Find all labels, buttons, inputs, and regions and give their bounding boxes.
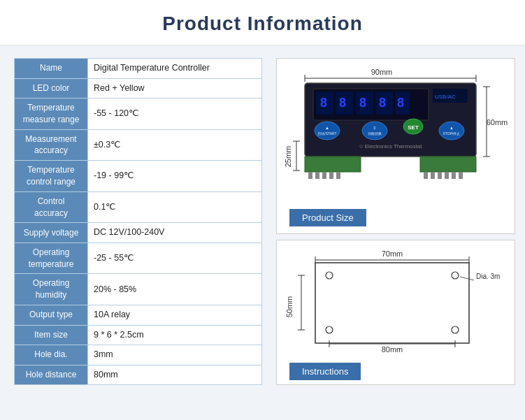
svg-text:☆ Electronics Thermostat: ☆ Electronics Thermostat (359, 143, 423, 150)
svg-point-68 (452, 326, 459, 333)
svg-text:90mm: 90mm (371, 68, 393, 76)
table-row: Temperature measure range-55 - 120℃ (15, 99, 262, 130)
spec-value: 10A relay (88, 305, 262, 326)
spec-value: -25 - 55℃ (88, 242, 262, 274)
table-row: Control accuracy0.1℃ (15, 191, 262, 223)
spec-value: 0.1℃ (88, 191, 262, 223)
table-row: Supply voltageDC 12V/100-240V (15, 223, 262, 243)
spec-label: Operating humidity (15, 274, 88, 305)
svg-rect-43 (329, 172, 333, 179)
spec-value: Red + Yellow (88, 78, 262, 99)
svg-text:▲: ▲ (450, 126, 454, 130)
svg-text:Dia. 3mm: Dia. 3mm (476, 273, 501, 280)
spec-value: -19 - 99℃ (88, 161, 262, 192)
svg-point-29 (362, 122, 387, 140)
svg-rect-38 (305, 157, 361, 172)
svg-text:70mm: 70mm (382, 249, 403, 258)
spec-label: Item size (15, 325, 88, 345)
svg-text:8: 8 (397, 96, 404, 110)
table-row: Output type10A relay (15, 305, 262, 326)
page-header: Product Information (0, 0, 525, 45)
product-size-svg: 90mm 60mm 25mm (284, 66, 508, 202)
svg-point-66 (452, 272, 459, 279)
svg-rect-39 (420, 157, 476, 172)
main-content: NameDigital Temperature ControllerLED co… (0, 45, 525, 392)
spec-value: 20% - 85% (88, 274, 262, 305)
svg-text:8: 8 (359, 96, 366, 110)
svg-rect-49 (452, 172, 456, 179)
page-title: Product Information (0, 13, 525, 35)
specs-table: NameDigital Temperature ControllerLED co… (14, 58, 262, 385)
spec-value: 9 * 6 * 2.5cm (88, 325, 262, 345)
spec-label: Control accuracy (15, 191, 88, 223)
svg-text:启动/START: 启动/START (317, 131, 336, 136)
svg-rect-47 (438, 172, 442, 179)
table-row: Operating humidity20% - 85% (15, 274, 262, 305)
table-row: Hole dia.3mm (15, 345, 262, 365)
table-row: Hole distance80mm (15, 365, 262, 385)
svg-rect-50 (459, 172, 463, 179)
svg-rect-40 (308, 172, 312, 179)
table-row: NameDigital Temperature Controller (15, 59, 262, 79)
svg-rect-45 (424, 172, 428, 179)
svg-text:SET: SET (408, 124, 419, 131)
spec-label: Measurement accuracy (15, 129, 88, 161)
spec-label: LED color (15, 78, 88, 99)
instructions-label: Instructions (289, 363, 361, 380)
svg-text:▲: ▲ (325, 126, 329, 130)
table-row: Measurement accuracy±0.3℃ (15, 129, 262, 161)
svg-text:功能切换: 功能切换 (368, 131, 382, 136)
svg-text:60mm: 60mm (487, 118, 508, 126)
product-size-diagram: 90mm 60mm 25mm (276, 58, 515, 234)
spec-label: Name (15, 59, 88, 79)
spec-value: 3mm (88, 345, 262, 365)
spec-label: Temperature control range (15, 161, 88, 192)
spec-value: ±0.3℃ (88, 129, 262, 161)
svg-text:50mm: 50mm (285, 296, 294, 318)
svg-text:STOP/停止: STOP/停止 (443, 131, 461, 136)
table-row: Item size9 * 6 * 2.5cm (15, 325, 262, 345)
instructions-svg: 70mm 50mm 80mm Dia. 3mm (284, 247, 501, 356)
svg-text:80mm: 80mm (382, 345, 403, 354)
spec-label: Supply voltage (15, 223, 88, 243)
spec-label: Temperature measure range (15, 99, 88, 130)
table-row: Operating temperature-25 - 55℃ (15, 242, 262, 274)
svg-text:25mm: 25mm (284, 146, 292, 168)
svg-point-34 (439, 122, 464, 140)
svg-rect-44 (336, 172, 340, 179)
svg-rect-41 (315, 172, 319, 179)
svg-text:8: 8 (379, 96, 386, 110)
svg-rect-48 (445, 172, 449, 179)
diagrams-panel: 90mm 60mm 25mm (276, 58, 515, 385)
svg-point-65 (326, 272, 333, 279)
spec-label: Operating temperature (15, 242, 88, 274)
spec-value: DC 12V/100-240V (88, 223, 262, 243)
svg-text:8: 8 (339, 96, 346, 110)
spec-value: 80mm (88, 365, 262, 385)
svg-rect-55 (315, 263, 469, 343)
svg-rect-42 (322, 172, 326, 179)
spec-label: Output type (15, 305, 88, 326)
spec-value: Digital Temperature Controller (88, 59, 262, 79)
product-size-label: Product Size (289, 209, 366, 226)
instructions-diagram: 70mm 50mm 80mm Dia. 3mm (276, 240, 515, 385)
svg-text:USB/AC: USB/AC (435, 94, 456, 100)
spec-label: Hole distance (15, 365, 88, 385)
svg-text:≡: ≡ (373, 126, 376, 130)
table-row: LED colorRed + Yellow (15, 78, 262, 99)
spec-label: Hole dia. (15, 345, 88, 365)
table-row: Temperature control range-19 - 99℃ (15, 161, 262, 192)
spec-value: -55 - 120℃ (88, 99, 262, 130)
svg-point-67 (326, 326, 333, 333)
svg-text:8: 8 (320, 96, 327, 110)
svg-point-26 (315, 122, 340, 140)
svg-rect-46 (431, 172, 435, 179)
